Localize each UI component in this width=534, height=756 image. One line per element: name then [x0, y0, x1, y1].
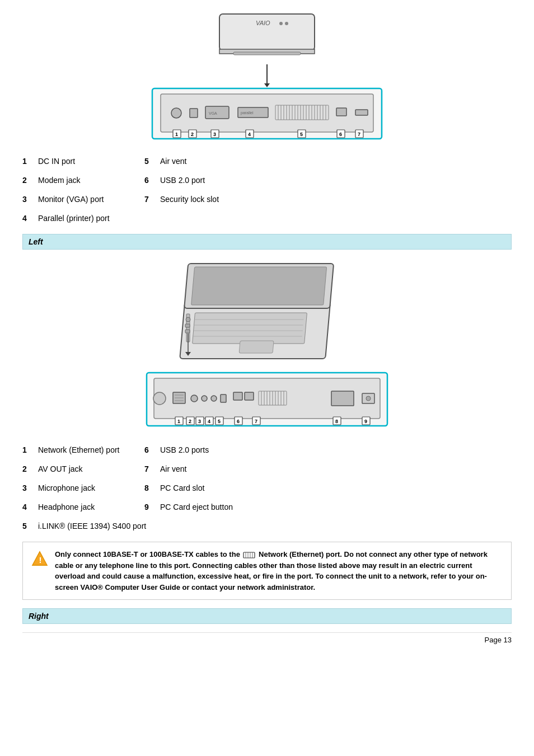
right-section-header: Right	[22, 608, 512, 624]
spec-label-modem: Modem jack	[38, 176, 150, 185]
left-spec-num-3: 3	[22, 483, 39, 492]
spec-num-6: 6	[144, 176, 161, 185]
svg-rect-52	[193, 313, 307, 344]
svg-text:VAIO: VAIO	[256, 20, 270, 26]
left-spec-label-usb-ports: USB 2.0 ports	[160, 445, 512, 454]
svg-text:2: 2	[189, 419, 191, 424]
left-spec-row-2: 2 AV OUT jack 7 Air vent	[22, 464, 512, 473]
left-spec-label-pc-card-eject: PC Card eject button	[160, 503, 512, 511]
spec-label-usb: USB 2.0 port	[160, 176, 512, 185]
warning-box: ! Only connect 10BASE-T or 100BASE-TX ca…	[22, 542, 512, 600]
left-spec-label-pc-card-slot: PC Card slot	[160, 483, 512, 492]
svg-text:VGA: VGA	[209, 111, 217, 115]
left-spec-label-microphone: Microphone jack	[38, 483, 150, 492]
spec-num-2: 2	[22, 176, 39, 185]
svg-text:7: 7	[255, 419, 257, 424]
svg-rect-76	[245, 392, 254, 400]
laptop-left-perspective-sketch	[161, 258, 373, 370]
svg-rect-75	[233, 392, 242, 400]
spec-label-vga: Monitor (VGA) port	[38, 195, 150, 204]
spec-num-1: 1	[22, 157, 39, 166]
svg-point-59	[186, 317, 190, 322]
left-spec-row-4: 4 Headphone jack 9 PC Card eject button	[22, 503, 512, 511]
svg-point-71	[191, 395, 198, 402]
left-spec-row-3: 3 Microphone jack 8 PC Card slot	[22, 483, 512, 492]
svg-point-89	[366, 396, 371, 401]
left-spec-num-8: 8	[144, 483, 161, 492]
svg-text:6: 6	[237, 419, 240, 424]
svg-text:2: 2	[191, 132, 194, 137]
spec-label-air-vent: Air vent	[160, 157, 512, 166]
svg-rect-61	[185, 330, 190, 333]
svg-rect-34	[355, 110, 368, 115]
svg-text:9: 9	[364, 419, 367, 424]
right-section-title: Right	[29, 612, 49, 621]
svg-point-66	[153, 392, 166, 405]
svg-point-3	[285, 22, 288, 25]
back-panel-sketch: VGA parallel	[149, 84, 385, 145]
svg-point-2	[279, 22, 283, 25]
page-number: Page 13	[485, 636, 512, 644]
spec-row-1: 1 DC IN port 5 Air vent	[22, 157, 512, 166]
left-spec-num-5: 5	[22, 522, 39, 530]
svg-point-8	[171, 108, 181, 118]
svg-text:8: 8	[335, 419, 338, 424]
left-spec-row-5: 5 i.LINK® (IEEE 1394) S400 port	[22, 522, 512, 530]
svg-text:parallel: parallel	[241, 111, 254, 115]
left-spec-num-2: 2	[22, 464, 39, 473]
left-diagram-container: 1 2 3 4 5 6 7 8 9	[22, 258, 512, 434]
svg-rect-5	[233, 52, 301, 55]
spec-num-4: 4	[22, 214, 39, 223]
ethernet-icon-inline	[243, 551, 255, 559]
svg-text:3: 3	[213, 132, 216, 137]
spec-num-3: 3	[22, 195, 39, 204]
warning-icon: !	[31, 550, 48, 567]
spec-num-7: 7	[144, 195, 161, 204]
left-spec-num-4: 4	[22, 503, 39, 511]
spec-label-parallel: Parallel (printer) port	[38, 214, 150, 223]
svg-text:!: !	[39, 555, 42, 565]
page-number-container: Page 13	[22, 632, 512, 644]
svg-point-73	[211, 396, 217, 401]
svg-point-72	[202, 396, 207, 401]
svg-rect-57	[239, 341, 274, 353]
left-spec-num-1: 1	[22, 445, 39, 454]
svg-rect-87	[331, 391, 354, 406]
back-diagram: VAIO VGA parallel	[149, 11, 385, 145]
svg-text:5: 5	[218, 419, 221, 424]
diagram-arrow	[266, 64, 268, 84]
left-spec-num-7: 7	[144, 464, 161, 473]
svg-text:3: 3	[198, 419, 201, 424]
svg-rect-9	[190, 109, 198, 118]
back-diagram-container: VAIO VGA parallel	[22, 11, 512, 145]
left-spec-label-network: Network (Ethernet) port	[38, 445, 150, 454]
svg-text:1: 1	[177, 419, 180, 424]
back-specs-table: 1 DC IN port 5 Air vent 2 Modem jack 6 U…	[22, 157, 512, 223]
svg-rect-110	[243, 552, 255, 558]
svg-rect-33	[336, 108, 346, 116]
svg-text:4: 4	[248, 132, 251, 137]
spec-row-4: 4 Parallel (printer) port	[22, 214, 512, 223]
spec-row-2: 2 Modem jack 6 USB 2.0 port	[22, 176, 512, 185]
left-spec-num-6: 6	[144, 445, 161, 454]
left-spec-label-headphone: Headphone jack	[38, 503, 150, 511]
left-section-title: Left	[29, 237, 43, 246]
left-spec-label-av-out: AV OUT jack	[38, 464, 150, 473]
svg-rect-60	[185, 324, 190, 327]
svg-text:4: 4	[208, 419, 210, 424]
spec-num-5: 5	[144, 157, 161, 166]
left-spec-label-air-vent: Air vent	[160, 464, 512, 473]
spec-label-dc-in: DC IN port	[38, 157, 150, 166]
spec-label-security-lock: Security lock slot	[160, 195, 512, 204]
left-section-header: Left	[22, 234, 512, 250]
left-spec-num-9: 9	[144, 503, 161, 511]
left-panel-sketch: 1 2 3 4 5 6 7 8 9	[144, 370, 390, 434]
svg-text:7: 7	[358, 132, 360, 137]
svg-text:6: 6	[339, 132, 342, 137]
left-spec-row-1: 1 Network (Ethernet) port 6 USB 2.0 port…	[22, 445, 512, 454]
left-spec-label-ilink: i.LINK® (IEEE 1394) S400 port	[38, 522, 512, 530]
svg-rect-74	[221, 395, 226, 402]
svg-text:1: 1	[175, 132, 178, 137]
svg-text:5: 5	[300, 132, 303, 137]
spec-row-3: 3 Monitor (VGA) port 7 Security lock slo…	[22, 195, 512, 204]
